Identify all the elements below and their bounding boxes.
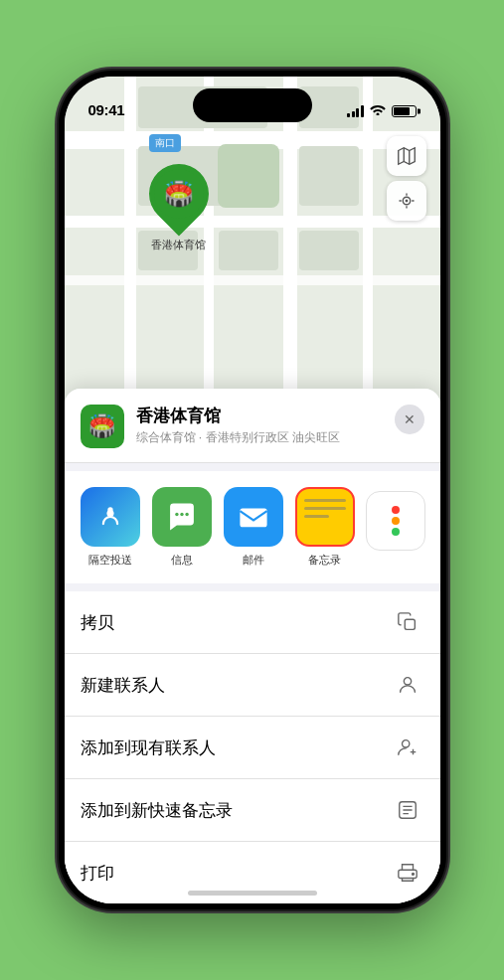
phone-frame: 09:41 南口 xyxy=(59,71,446,909)
print-icon xyxy=(391,856,424,890)
svg-point-13 xyxy=(412,873,414,875)
message-label: 信息 xyxy=(171,553,193,568)
dynamic-island xyxy=(193,88,312,122)
bottom-sheet: 🏟️ 香港体育馆 综合体育馆 · 香港特别行政区 油尖旺区 ✕ xyxy=(65,389,440,903)
map-location-label: 南口 xyxy=(149,134,181,152)
svg-rect-7 xyxy=(240,509,266,528)
svg-point-4 xyxy=(175,513,178,516)
action-add-existing[interactable]: 添加到现有联系人 xyxy=(65,717,440,779)
add-existing-icon xyxy=(391,731,424,764)
svg-point-3 xyxy=(107,507,112,512)
notes-icon xyxy=(295,487,355,547)
action-copy[interactable]: 拷贝 xyxy=(65,591,440,654)
battery-icon xyxy=(392,105,417,117)
location-pin: 🏟️ 香港体育馆 xyxy=(144,164,214,252)
notes-label: 备忘录 xyxy=(308,553,341,568)
place-icon: 🏟️ xyxy=(81,405,124,448)
more-icon xyxy=(366,491,425,551)
action-new-contact[interactable]: 新建联系人 xyxy=(65,654,440,717)
phone-screen: 09:41 南口 xyxy=(65,77,440,903)
action-copy-label: 拷贝 xyxy=(81,611,114,634)
map-type-button[interactable] xyxy=(387,136,426,176)
close-button[interactable]: ✕ xyxy=(395,405,424,434)
svg-point-10 xyxy=(402,740,409,747)
place-subtitle: 综合体育馆 · 香港特别行政区 油尖旺区 xyxy=(136,429,383,446)
new-contact-icon xyxy=(391,668,424,702)
share-item-message[interactable]: 信息 xyxy=(152,487,212,568)
action-new-contact-label: 新建联系人 xyxy=(81,674,165,697)
airdrop-icon xyxy=(81,487,140,547)
map-controls xyxy=(387,136,426,221)
action-add-existing-label: 添加到现有联系人 xyxy=(81,736,216,759)
share-row: 隔空投送 信息 xyxy=(65,471,440,583)
mail-icon xyxy=(224,487,283,547)
signal-bars xyxy=(347,105,364,117)
action-list: 拷贝 新建联系人 xyxy=(65,591,440,903)
place-header: 🏟️ 香港体育馆 综合体育馆 · 香港特别行政区 油尖旺区 ✕ xyxy=(65,389,440,463)
copy-icon xyxy=(391,605,424,639)
action-quick-note[interactable]: 添加到新快速备忘录 xyxy=(65,779,440,842)
message-icon xyxy=(152,487,212,547)
share-item-notes[interactable]: 备忘录 xyxy=(295,487,355,568)
share-item-mail[interactable]: 邮件 xyxy=(224,487,283,568)
home-indicator xyxy=(188,891,317,896)
svg-rect-8 xyxy=(405,619,415,629)
action-quick-note-label: 添加到新快速备忘录 xyxy=(81,799,233,822)
svg-point-6 xyxy=(185,513,188,516)
svg-point-1 xyxy=(406,200,408,202)
wifi-icon xyxy=(370,103,386,118)
pin-label: 香港体育馆 xyxy=(144,238,214,252)
svg-point-5 xyxy=(180,513,183,516)
mail-label: 邮件 xyxy=(243,553,264,568)
share-more[interactable] xyxy=(367,487,424,551)
airdrop-label: 隔空投送 xyxy=(88,553,132,568)
svg-point-9 xyxy=(404,678,411,685)
status-icons xyxy=(347,103,417,118)
quick-note-icon xyxy=(391,793,424,827)
share-item-airdrop[interactable]: 隔空投送 xyxy=(81,487,140,568)
place-info: 香港体育馆 综合体育馆 · 香港特别行政区 油尖旺区 xyxy=(136,405,383,446)
status-time: 09:41 xyxy=(88,101,125,118)
place-name: 香港体育馆 xyxy=(136,405,383,427)
action-print-label: 打印 xyxy=(81,862,114,885)
location-button[interactable] xyxy=(387,181,426,221)
